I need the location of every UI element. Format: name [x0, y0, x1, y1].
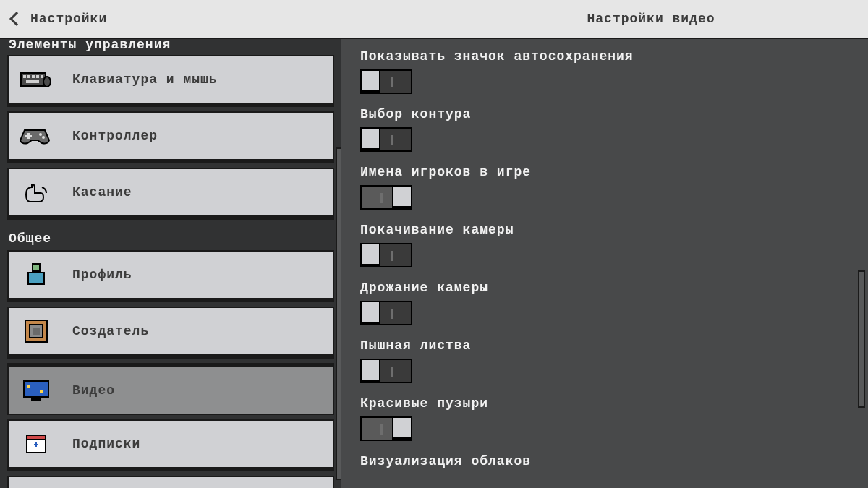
svg-rect-24: [35, 442, 37, 447]
detail-scrollbar[interactable]: [858, 270, 865, 408]
page-title: Настройки видео: [434, 12, 868, 26]
controller-icon: [20, 124, 52, 147]
svg-rect-13: [28, 273, 44, 284]
back-label: Настройки: [30, 12, 107, 26]
sidebar-item-profile[interactable]: Профиль: [7, 250, 334, 302]
sidebar-item-creator[interactable]: Создатель: [7, 307, 334, 359]
subscriptions-icon: [20, 432, 52, 455]
svg-rect-2: [27, 75, 30, 78]
svg-rect-4: [36, 75, 39, 78]
profile-icon: [20, 263, 52, 286]
back-button[interactable]: Настройки: [0, 0, 119, 38]
toggle-camera-shake[interactable]: [360, 301, 412, 325]
svg-rect-18: [27, 385, 30, 388]
video-settings-panel: Показывать значок автосохранения Выбор к…: [341, 39, 868, 488]
svg-rect-9: [25, 135, 32, 137]
sidebar-scrollbar[interactable]: [336, 147, 341, 480]
setting-fancy-bubbles: Красивые пузыри: [360, 396, 849, 441]
setting-label: Визуализация облаков: [360, 454, 849, 468]
setting-cloud-rendering: Визуализация облаков: [360, 454, 849, 468]
sidebar-item-subscriptions[interactable]: Подписки: [7, 419, 334, 471]
setting-label: Покачивание камеры: [360, 223, 849, 237]
svg-rect-17: [24, 381, 48, 397]
setting-autosave-icon: Показывать значок автосохранения: [360, 49, 849, 94]
svg-rect-12: [33, 264, 40, 271]
creator-icon: [20, 320, 52, 343]
sidebar-group-label-controls: Элементы управления: [7, 39, 334, 55]
sidebar-item-label: Создатель: [72, 324, 149, 338]
toggle-autosave-icon[interactable]: [360, 69, 412, 94]
sidebar-item-next[interactable]: [7, 476, 334, 488]
toggle-player-names[interactable]: [360, 185, 412, 210]
sidebar-item-label: Профиль: [72, 267, 132, 282]
sidebar-item-label: Видео: [72, 383, 115, 398]
sidebar-item-video[interactable]: Видео: [7, 363, 334, 415]
setting-label: Показывать значок автосохранения: [360, 49, 849, 64]
settings-sidebar: Элементы управления Клавиатура и мышь: [0, 39, 341, 488]
setting-label: Имена игроков в игре: [360, 165, 849, 179]
setting-label: Выбор контура: [360, 107, 849, 121]
svg-rect-22: [27, 435, 46, 440]
sidebar-item-label: Контроллер: [72, 129, 158, 143]
chevron-left-icon: [9, 12, 24, 26]
svg-rect-5: [41, 75, 43, 78]
toggle-outline-select[interactable]: [360, 127, 412, 152]
setting-camera-shake: Дрожание камеры: [360, 281, 849, 325]
sidebar-group-label-general: Общее: [7, 224, 334, 250]
toggle-fancy-leaves[interactable]: [360, 359, 412, 383]
svg-point-10: [39, 133, 42, 136]
setting-player-names: Имена игроков в игре: [360, 165, 849, 210]
svg-rect-20: [31, 398, 41, 401]
touch-icon: [20, 181, 52, 204]
setting-outline-select: Выбор контура: [360, 107, 849, 152]
keyboard-icon: [20, 68, 52, 91]
video-icon: [20, 379, 52, 402]
setting-label: Пышная листва: [360, 338, 849, 353]
svg-rect-6: [26, 80, 39, 83]
svg-rect-16: [33, 328, 40, 335]
placeholder-icon: [20, 479, 52, 488]
setting-label: Красивые пузыри: [360, 396, 849, 411]
sidebar-item-label: Клавиатура и мышь: [72, 72, 218, 87]
toggle-camera-bob[interactable]: [360, 243, 412, 267]
svg-point-11: [42, 136, 45, 139]
svg-point-7: [43, 77, 51, 87]
header-bar: Настройки Настройки видео: [0, 0, 868, 39]
toggle-fancy-bubbles[interactable]: [360, 416, 412, 441]
sidebar-item-controller[interactable]: Контроллер: [7, 111, 334, 163]
svg-rect-3: [32, 75, 35, 78]
main-area: Элементы управления Клавиатура и мышь: [0, 39, 868, 488]
sidebar-item-label: Подписки: [72, 437, 140, 451]
setting-fancy-leaves: Пышная листва: [360, 338, 849, 383]
svg-rect-1: [23, 75, 26, 78]
sidebar-item-label: Касание: [72, 185, 132, 200]
svg-rect-19: [40, 390, 43, 393]
sidebar-item-touch[interactable]: Касание: [7, 168, 334, 220]
setting-camera-bob: Покачивание камеры: [360, 223, 849, 267]
sidebar-item-keyboard[interactable]: Клавиатура и мышь: [7, 55, 334, 107]
svg-rect-0: [21, 73, 46, 86]
setting-label: Дрожание камеры: [360, 281, 849, 295]
